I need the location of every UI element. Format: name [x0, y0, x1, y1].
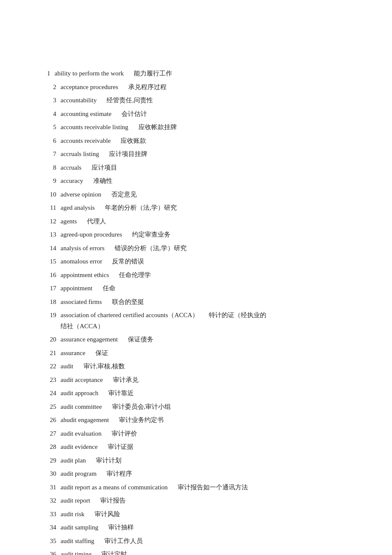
- item-separator: [126, 229, 129, 240]
- item-separator: [108, 243, 111, 254]
- list-item: 10adverse opinion 否定意见: [34, 189, 366, 200]
- list-item: 36audit timing 审计定时: [34, 549, 366, 555]
- item-number: 33: [34, 509, 56, 520]
- item-separator: [98, 536, 101, 547]
- item-chinese: 审计计划: [96, 455, 121, 466]
- item-number: 7: [34, 149, 56, 160]
- list-item: 5accounts receivable listing 应收帐款挂牌: [34, 122, 366, 133]
- item-english: ahudit engagement: [61, 415, 109, 426]
- list-item: 21assurance 保证: [34, 348, 366, 359]
- list-item: 29audit plan 审计计划: [34, 455, 366, 466]
- item-chinese: 经管责任,问责性: [107, 95, 153, 106]
- list-item: 12agents 代理人: [34, 216, 366, 227]
- item-english: appointment ethics: [61, 270, 109, 281]
- item-english: association of chartered certified accou…: [61, 312, 199, 318]
- item-separator: [127, 68, 130, 79]
- list-item: 8accruals 应计项目: [34, 162, 366, 173]
- item-number: 31: [34, 482, 56, 493]
- item-chinese: 约定审查业务: [132, 229, 170, 240]
- item-number: 35: [34, 536, 56, 547]
- item-separator: [107, 375, 110, 386]
- item-number: 20: [34, 334, 56, 345]
- item-english: analysis of errors: [61, 243, 104, 254]
- item-english: audit report: [61, 495, 90, 506]
- item-english: aged analysis: [61, 202, 95, 214]
- item-separator: [102, 149, 106, 160]
- list-item: 9accuracy 准确性: [34, 176, 366, 187]
- list-item: 2acceptance procedures 承兑程序过程: [34, 82, 366, 93]
- item-chinese: 审计报告如一个通讯方法: [178, 482, 248, 493]
- item-separator: [115, 109, 118, 120]
- item-separator: [105, 402, 109, 413]
- item-chinese: 审计业务约定书: [119, 415, 164, 426]
- item-english: audit risk: [61, 509, 84, 520]
- item-chinese: 年老的分析（法,学）研究: [105, 202, 177, 214]
- list-item: 17appointment 任命: [34, 283, 366, 294]
- list-item: 18associated firms 联合的坚挺: [34, 297, 366, 308]
- item-english: ability to perform the work: [55, 68, 124, 79]
- list-item: 20assurance engagement 保证债务: [34, 334, 366, 345]
- item-separator: [114, 136, 118, 147]
- item-chinese: 审计程序: [107, 468, 132, 480]
- item-separator: [102, 388, 105, 399]
- item-number: 21: [34, 348, 56, 359]
- item-chinese-cont: 结社（ACCA）: [61, 321, 266, 332]
- item-chinese: 否定意见: [111, 189, 137, 200]
- item-separator: [171, 482, 175, 493]
- item-separator: [94, 495, 97, 506]
- list-item: 11aged analysis 年老的分析（法,学）研究: [34, 202, 366, 214]
- item-chinese: 审计报告: [100, 495, 126, 506]
- item-english: audit approach: [61, 388, 98, 399]
- item-chinese: 任命伦理学: [119, 270, 151, 281]
- item-separator: [88, 509, 91, 520]
- item-separator: [101, 442, 104, 453]
- item-chinese: 联合的坚挺: [112, 297, 144, 308]
- item-chinese: 审计评价: [112, 428, 137, 439]
- item-english: audit evidence: [61, 442, 98, 453]
- list-item: 1ability to perform the work 能力履行工作: [34, 68, 366, 79]
- list-item: 30audit program 审计程序: [34, 468, 366, 480]
- list-item: 34audit sampling 审计抽样: [34, 522, 366, 533]
- item-english: audit evaluation: [61, 428, 101, 439]
- list-item: 22audit 审计,审核,核数: [34, 361, 366, 372]
- item-separator: [105, 297, 109, 308]
- item-english: audit plan: [61, 455, 86, 466]
- item-separator: [95, 549, 98, 555]
- list-item: 23audit acceptance 审计承兑: [34, 375, 366, 386]
- item-number: 22: [34, 361, 56, 372]
- item-english: anomalous error: [61, 256, 102, 267]
- item-number: 1: [34, 68, 50, 79]
- item-chinese: 错误的分析（法,学）研究: [115, 243, 187, 254]
- list-item: 35audit staffing 审计工作人员: [34, 536, 366, 547]
- item-english: audit: [61, 361, 73, 372]
- item-number: 16: [34, 270, 56, 281]
- item-number: 24: [34, 388, 56, 399]
- item-number: 8: [34, 162, 56, 173]
- item-separator: [102, 522, 105, 533]
- item-number: 13: [34, 229, 56, 240]
- item-separator: [112, 415, 116, 426]
- item-separator: [89, 348, 92, 359]
- item-separator: [85, 162, 88, 173]
- item-english: accounting estimate: [61, 109, 112, 120]
- item-chinese: 审计,审核,核数: [84, 361, 125, 372]
- item-number: 6: [34, 136, 56, 147]
- item-number: 36: [34, 549, 56, 555]
- list-item: 27audit evaluation 审计评价: [34, 428, 366, 439]
- item-chinese: 能力履行工作: [134, 68, 172, 79]
- item-separator: [86, 176, 90, 187]
- list-item: 25audit committee 审计委员会,审计小组: [34, 402, 366, 413]
- item-chinese: 审计委员会,审计小组: [112, 402, 171, 413]
- list-item: 31audit report as a means of communicati…: [34, 482, 366, 493]
- item-chinese: 代理人: [87, 216, 106, 227]
- item-separator: [104, 189, 108, 200]
- item-separator: [77, 361, 80, 372]
- item-english: acceptance procedures: [61, 82, 118, 93]
- item-chinese: 审计靠近: [108, 388, 134, 399]
- item-chinese: 审计风险: [95, 509, 120, 520]
- item-english: assurance engagement: [61, 334, 118, 345]
- item-chinese: 审计抽样: [108, 522, 134, 533]
- item-chinese: 应收帐款挂牌: [138, 122, 177, 133]
- item-chinese: 反常的错误: [112, 256, 144, 267]
- item-english: appointment: [61, 283, 92, 294]
